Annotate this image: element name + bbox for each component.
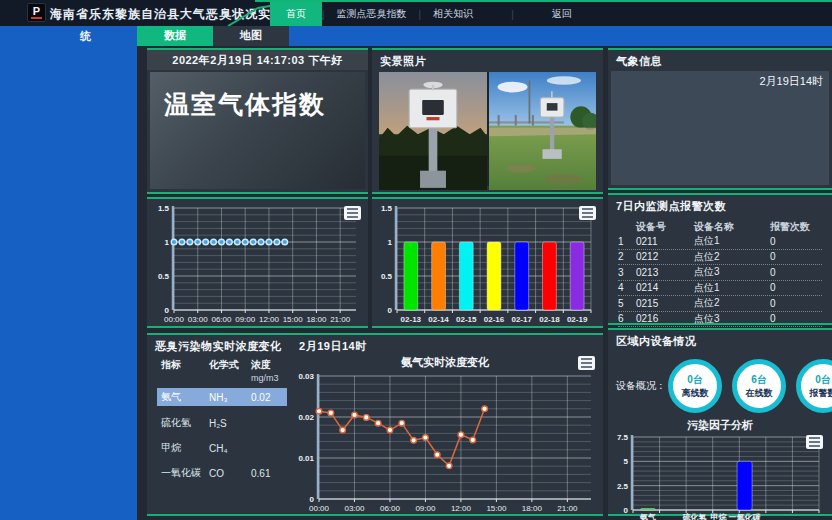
- svg-text:0: 0: [388, 306, 393, 315]
- daily-bar-chart[interactable]: 00.511.502-1302-1402-1502-1602-1702-1802…: [372, 199, 603, 326]
- logo: P: [27, 3, 46, 22]
- factor-chart-title: 污染因子分析: [608, 418, 832, 432]
- device-count-circle: 0台报警数: [796, 359, 832, 413]
- logo-red-bar: [31, 17, 42, 19]
- factor-bar-chart[interactable]: 02.557.5氨气硫化氢甲烷一氧化碳: [608, 432, 832, 520]
- svg-text:02-17: 02-17: [511, 315, 532, 324]
- factor-chart-block: 02.557.5氨气硫化氢甲烷一氧化碳: [608, 432, 832, 520]
- main-nav: 首页 | 监测点恶臭指数 | 相关知识 | 返回: [270, 2, 584, 26]
- svg-text:18:00: 18:00: [522, 504, 543, 513]
- svg-text:0.5: 0.5: [158, 272, 170, 281]
- nav-item-back[interactable]: 返回: [540, 2, 584, 26]
- svg-text:5: 5: [624, 457, 629, 466]
- pollutant-table-body: 氨气NH₃0.02硫化氢H₂S甲烷CH₄一氧化碳CO0.61: [161, 388, 287, 482]
- panel-alarm-counts: 7日内监测点报警次数 设备号 设备名称 报警次数 10211点位1020212点…: [608, 193, 832, 325]
- odor-title-text: 恶臭污染物实时浓度变化: [155, 340, 282, 352]
- pollutant-table-header: 指标 化学式 浓度 mg/m3: [161, 358, 287, 383]
- col-formula: 化学式: [209, 358, 251, 383]
- nav-separator: |: [511, 9, 514, 20]
- svg-text:1.5: 1.5: [381, 204, 393, 213]
- svg-text:0.03: 0.03: [298, 372, 314, 381]
- col-device-name: 设备名称: [694, 220, 770, 234]
- chart-menu-icon[interactable]: [344, 206, 361, 220]
- svg-text:02-16: 02-16: [484, 315, 505, 324]
- chart-menu-icon[interactable]: [806, 435, 823, 449]
- alarm-table-body: 10211点位1020212点位2030213点位3040214点位105021…: [618, 234, 822, 327]
- svg-text:03:00: 03:00: [188, 315, 209, 324]
- svg-text:2.5: 2.5: [617, 482, 629, 491]
- device-status-circles: 0台离线数6台在线数0台报警数: [668, 359, 832, 413]
- svg-text:12:00: 12:00: [259, 315, 280, 324]
- svg-text:00:00: 00:00: [164, 315, 185, 324]
- nav-item-odor-index[interactable]: 监测点恶臭指数: [325, 2, 419, 26]
- nh3-chart-title: 氨气实时浓度变化: [287, 354, 603, 370]
- svg-text:15:00: 15:00: [283, 315, 304, 324]
- panel-weather-info: 气象信息 2月19日14时: [608, 48, 832, 190]
- table-row: 10211点位10: [618, 234, 822, 250]
- svg-text:15:00: 15:00: [486, 504, 507, 513]
- nav-item-knowledge[interactable]: 相关知识: [421, 2, 485, 26]
- svg-text:氨气: 氨气: [639, 513, 656, 520]
- pollutant-row[interactable]: 甲烷CH₄: [161, 439, 287, 457]
- svg-text:0.01: 0.01: [298, 454, 314, 463]
- svg-text:09:00: 09:00: [235, 315, 256, 324]
- app-header: P 海南省乐东黎族自治县大气恶臭状况实时发布系 首页 | 监测点恶臭指数 | 相…: [0, 0, 832, 26]
- nav-item-home[interactable]: 首页: [270, 2, 322, 26]
- weather-panel-title: 气象信息: [608, 50, 832, 72]
- pollutant-row[interactable]: 氨气NH₃0.02: [157, 388, 287, 406]
- svg-text:7.5: 7.5: [617, 433, 629, 442]
- svg-text:12:00: 12:00: [451, 504, 472, 513]
- svg-text:0: 0: [310, 495, 315, 504]
- alarm-table-header: 设备号 设备名称 报警次数: [618, 219, 822, 234]
- svg-text:06:00: 06:00: [211, 315, 232, 324]
- svg-text:1: 1: [165, 238, 170, 247]
- svg-text:02-13: 02-13: [401, 315, 422, 324]
- svg-text:02-15: 02-15: [456, 315, 477, 324]
- odor-date-text: 2月19日14时: [299, 340, 367, 352]
- svg-text:09:00: 09:00: [415, 504, 436, 513]
- site-photo-dusk: [379, 72, 487, 190]
- pollutant-table: 指标 化学式 浓度 mg/m3 氨气NH₃0.02硫化氢H₂S甲烷CH₄一氧化碳…: [147, 354, 287, 512]
- chart-menu-icon[interactable]: [578, 356, 595, 370]
- svg-text:21:00: 21:00: [557, 504, 578, 513]
- panel-region-devices: 区域内设备情况 设备概况： 0台离线数6台在线数0台报警数 污染因子分析 02.…: [608, 328, 832, 516]
- svg-text:硫化氢: 硫化氢: [681, 513, 706, 520]
- table-row: 30213点位30: [618, 265, 822, 281]
- svg-text:甲烷: 甲烷: [711, 513, 728, 520]
- tab-data[interactable]: 数据: [137, 25, 213, 46]
- alarm-table: 设备号 设备名称 报警次数 10211点位1020212点位2030213点位3…: [608, 217, 832, 327]
- datetime-text: 2022年2月19日 14:17:03 下午好: [147, 50, 368, 70]
- svg-text:02-19: 02-19: [567, 315, 588, 324]
- pollutant-row[interactable]: 一氧化碳CO0.61: [161, 464, 287, 482]
- chart-menu-icon[interactable]: [579, 206, 596, 220]
- col-device-no: 设备号: [636, 220, 694, 234]
- page-background-band: [0, 26, 832, 46]
- col-concentration: 浓度: [251, 359, 271, 370]
- svg-text:02-14: 02-14: [428, 315, 449, 324]
- svg-text:02-18: 02-18: [539, 315, 560, 324]
- table-row: 50215点位20: [618, 296, 822, 312]
- table-row: 40214点位10: [618, 281, 822, 297]
- index-line-chart[interactable]: 00.511.500:0003:0006:0009:0012:0015:0018…: [147, 199, 368, 326]
- col-unit: mg/m3: [251, 373, 279, 383]
- pollutant-row[interactable]: 硫化氢H₂S: [161, 414, 287, 432]
- photos-panel-title: 实景照片: [372, 50, 603, 72]
- weather-body: 2月19日14时: [611, 71, 829, 185]
- svg-text:1: 1: [388, 238, 393, 247]
- greenhouse-banner[interactable]: 温室气体指数: [150, 72, 365, 189]
- svg-text:0: 0: [165, 306, 170, 315]
- svg-text:03:00: 03:00: [344, 504, 365, 513]
- tab-map[interactable]: 地图: [213, 25, 289, 46]
- svg-text:一氧化碳: 一氧化碳: [729, 513, 762, 520]
- alarm-panel-title: 7日内监测点报警次数: [608, 195, 832, 217]
- svg-text:0.02: 0.02: [298, 413, 314, 422]
- svg-text:1.5: 1.5: [158, 204, 170, 213]
- col-indicator: 指标: [161, 358, 209, 383]
- panel-daily-index: 00.511.502-1302-1402-1502-1602-1702-1802…: [372, 197, 603, 328]
- svg-text:0: 0: [624, 506, 629, 515]
- nh3-line-chart[interactable]: 00.010.020.0300:0003:0006:0009:0012:0015…: [287, 370, 603, 512]
- table-row: 20212点位20: [618, 250, 822, 266]
- panel-odor-realtime: 恶臭污染物实时浓度变化 2月19日14时 指标 化学式 浓度 mg/m3 氨气N…: [147, 333, 603, 516]
- photo-strip: [379, 72, 596, 186]
- svg-text:18:00: 18:00: [306, 315, 327, 324]
